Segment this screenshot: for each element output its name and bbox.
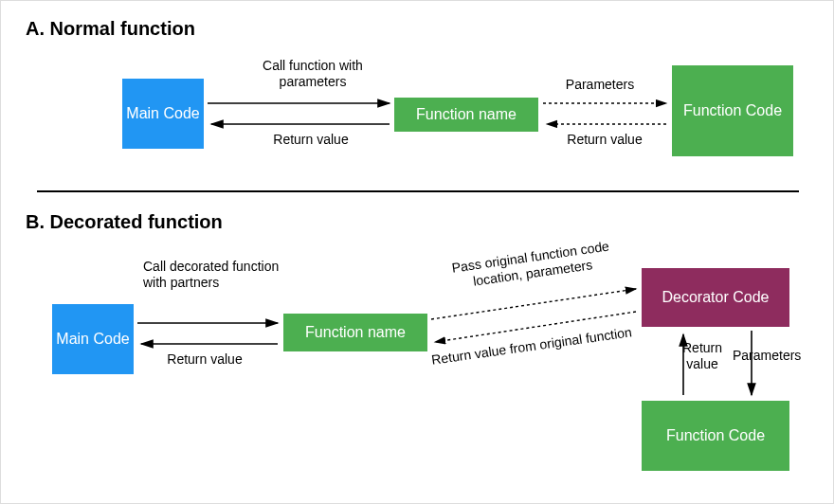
label-a-return2: Return value — [553, 132, 657, 148]
box-a-function-name-label: Function name — [416, 105, 517, 123]
label-a-params: Parameters — [553, 77, 647, 93]
label-b-pass: Pass original function code location, pa… — [426, 235, 638, 296]
box-a-main-code-label: Main Code — [126, 104, 199, 122]
svg-line-6 — [431, 289, 636, 319]
label-b-parameters: Parameters — [733, 348, 808, 364]
label-a-call: Call function with parameters — [242, 58, 384, 90]
box-b-function-code: Function Code — [642, 401, 789, 471]
section-divider — [37, 190, 799, 192]
box-a-function-code: Function Code — [672, 65, 793, 156]
box-b-main-code: Main Code — [52, 304, 134, 374]
section-b-title: B. Decorated function — [26, 211, 223, 233]
box-a-main-code: Main Code — [122, 79, 204, 149]
box-a-function-code-label: Function Code — [683, 101, 782, 119]
section-a-title: A. Normal function — [26, 18, 195, 40]
box-b-decorator-code: Decorator Code — [642, 268, 789, 327]
diagram-canvas: A. Normal function Main Code Function na… — [0, 0, 834, 504]
label-b-return-value: Return value — [674, 340, 731, 372]
label-a-return: Return value — [259, 132, 363, 148]
box-a-function-name: Function name — [394, 98, 538, 132]
label-b-return-original: Return value from original function — [427, 324, 636, 369]
box-b-decorator-code-label: Decorator Code — [662, 288, 770, 306]
box-b-main-code-label: Main Code — [56, 330, 129, 348]
box-b-function-name: Function name — [283, 314, 427, 351]
box-b-function-code-label: Function Code — [666, 426, 765, 444]
label-b-call: Call decorated function with partners — [143, 259, 285, 291]
label-b-return: Return value — [153, 351, 257, 368]
box-b-function-name-label: Function name — [305, 323, 406, 341]
